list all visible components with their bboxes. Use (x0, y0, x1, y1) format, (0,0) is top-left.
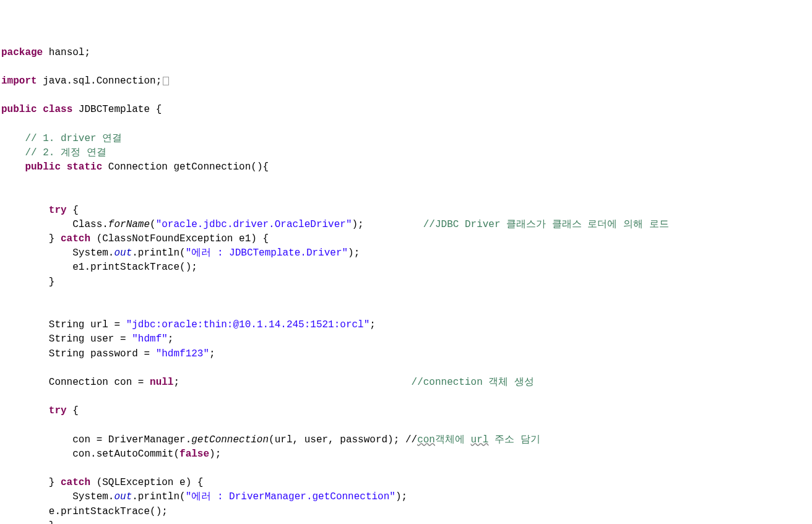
comment: //JDBC Driver 클래스가 클래스 로더에 의해 로드 (364, 219, 669, 230)
underlined-text: url (471, 434, 489, 445)
text: JDBCTemplate { (72, 104, 162, 115)
code-line: String url = "jdbc:oracle:thin:@10.1.14.… (1, 319, 376, 330)
text: ); (348, 247, 360, 259)
text: 객체에 (435, 434, 471, 445)
text: .println( (132, 247, 185, 259)
text: ); (352, 219, 364, 230)
text: ( (150, 219, 156, 230)
text: } (1, 477, 61, 488)
text: ); (209, 449, 221, 460)
code-line: String password = "hdmf123"; (1, 348, 215, 359)
string-literal: "hdmf" (132, 333, 168, 345)
keyword-public: public (25, 161, 61, 173)
text: .println( (132, 491, 185, 502)
code-line: try { (1, 205, 79, 216)
text: (ClassNotFoundException e1) { (90, 233, 269, 244)
code-line: e1.printStackTrace(); (1, 262, 197, 273)
code-line: con.setAutoCommit(false); (1, 449, 221, 460)
text: ); (395, 491, 407, 502)
string-literal: "jdbc:oracle:thin:@10.1.14.245:1521:orcl… (126, 319, 370, 330)
keyword-catch: catch (61, 477, 90, 488)
code-line: } catch (SQLException e) { (1, 477, 203, 488)
code-editor[interactable]: package hansol; import java.sql.Connecti… (1, 46, 811, 524)
text: System. (1, 247, 114, 259)
text: String url = (1, 319, 126, 330)
code-line: package hansol; (1, 47, 90, 58)
text: java.sql.Connection; (37, 75, 162, 87)
static-field: out (114, 247, 132, 259)
comment: //connection 객체 생성 (179, 377, 534, 388)
static-field: out (114, 491, 132, 502)
keyword-import: import (1, 75, 37, 87)
text: Connection con = (1, 377, 150, 388)
comment: con객체에 url 주소 담기 (417, 434, 540, 445)
collapse-icon[interactable] (163, 77, 169, 85)
text: String user = (1, 333, 132, 345)
text: con.setAutoCommit( (1, 449, 179, 460)
code-line: String user = "hdmf"; (1, 333, 173, 345)
code-line: con = DriverManager.getConnection(url, u… (1, 434, 540, 445)
text: ; (173, 377, 179, 388)
keyword-try: try (49, 205, 67, 216)
code-line: import java.sql.Connection; (1, 75, 169, 87)
text: (SQLException e) { (90, 477, 203, 488)
text: ; (369, 319, 376, 330)
keyword-catch: catch (61, 233, 90, 244)
text: Connection getConnection(){ (102, 161, 269, 173)
comment: // 1. driver 연결 (1, 133, 122, 144)
code-line: e.printStackTrace(); (1, 506, 168, 517)
text: String password = (1, 348, 156, 359)
text: ; (168, 333, 174, 345)
static-method: forName (108, 219, 150, 230)
string-literal: "oracle.jdbc.driver.OracleDriver" (156, 219, 352, 230)
underlined-text: con (417, 434, 435, 445)
code-line: public class JDBCTemplate { (1, 104, 162, 115)
code-line: public static Connection getConnection()… (1, 161, 269, 173)
text: System. (1, 491, 114, 502)
keyword-class: class (43, 104, 72, 115)
text: { (67, 205, 79, 216)
text: hansol; (43, 47, 90, 58)
string-literal: "에러 : DriverManager.getConnection" (186, 491, 395, 502)
text: (url, user, password); // (269, 434, 417, 445)
code-line: Connection con = null; //connection 객체 생… (1, 377, 534, 388)
keyword-try: try (49, 405, 67, 416)
string-literal: "hdmf123" (156, 348, 209, 359)
text: Class. (1, 219, 108, 230)
comment: // 2. 계정 연결 (1, 147, 106, 158)
static-method: getConnection (191, 434, 269, 445)
text: con = DriverManager. (1, 434, 191, 445)
keyword-package: package (1, 47, 43, 58)
code-line: } (1, 520, 54, 524)
keyword-null: null (150, 377, 173, 388)
code-line: } (1, 277, 54, 288)
keyword-public: public (1, 104, 37, 115)
code-line: Class.forName("oracle.jdbc.driver.Oracle… (1, 219, 669, 230)
code-line: System.out.println("에러 : DriverManager.g… (1, 491, 407, 502)
code-line: } catch (ClassNotFoundException e1) { (1, 233, 269, 244)
string-literal: "에러 : JDBCTemplate.Driver" (186, 247, 348, 259)
text: } (1, 233, 61, 244)
keyword-static: static (67, 161, 103, 173)
text: ; (209, 348, 215, 359)
text: { (67, 405, 79, 416)
text: 주소 담기 (488, 434, 540, 445)
keyword-false: false (179, 449, 209, 460)
code-line: try { (1, 405, 79, 416)
code-line: System.out.println("에러 : JDBCTemplate.Dr… (1, 247, 360, 259)
